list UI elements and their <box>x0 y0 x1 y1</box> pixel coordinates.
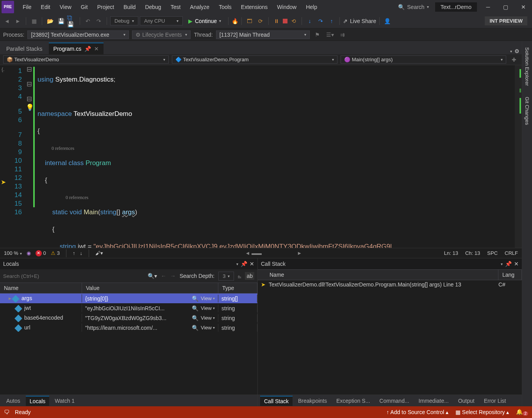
solution-explorer-tab[interactable]: Solution Explorer <box>523 43 531 91</box>
step-over-icon[interactable]: ↷ <box>316 16 325 26</box>
redo-icon[interactable]: ↷ <box>94 16 104 26</box>
menu-help[interactable]: Help <box>301 2 322 12</box>
panel-tab-watch-1[interactable]: Watch 1 <box>51 396 79 406</box>
new-project-icon[interactable]: ▦ <box>29 16 39 26</box>
maximize-button[interactable]: ▢ <box>497 0 514 14</box>
code-editor[interactable]: ➤ {. 12345678910111213141516 ⊟⊟⊟💡 using … <box>0 65 522 248</box>
visualizer-dropdown[interactable]: View ▾ <box>201 325 215 331</box>
split-editor-icon[interactable]: ✚ <box>509 55 519 64</box>
notifications-icon[interactable]: 🔔2 <box>516 409 528 416</box>
nav-fwd-icon[interactable]: → <box>170 273 176 279</box>
add-source-control[interactable]: ↑ Add to Source Control ▴ <box>386 409 448 415</box>
locals-row[interactable]: base64encoded"TG9yZW0gaXBzdW0gZG9sb3...🔍… <box>0 313 257 323</box>
locals-row[interactable]: jwt"eyJhbGciOiJIUzI1NiIsInR5cCI...🔍View … <box>0 303 257 313</box>
panel-tab-command-[interactable]: Command... <box>375 396 413 406</box>
locals-row[interactable]: ▸ args{string[0]}🔍View ▾string[] <box>0 293 257 303</box>
undo-icon[interactable]: ↶ <box>83 16 93 26</box>
cleanup-icon[interactable]: 🖌▾ <box>95 250 103 256</box>
menu-edit[interactable]: Edit <box>36 2 55 12</box>
output-icon[interactable]: 🗨 <box>4 409 9 415</box>
process-combo[interactable]: [23892] TextVisualizerDemo.exe▾ <box>27 30 129 39</box>
select-repository[interactable]: ▦ Select Repository ▴ <box>455 409 509 415</box>
hot-reload-icon[interactable]: 🔥 <box>232 18 238 24</box>
close-tab-icon[interactable]: ✕ <box>94 46 99 52</box>
pin-icon[interactable]: 📌 <box>241 261 247 267</box>
save-all-icon[interactable]: ⿻💾 <box>67 16 77 26</box>
nav-back-icon[interactable]: ◄ <box>2 16 12 26</box>
open-icon[interactable]: 📂 <box>45 16 55 26</box>
thread-combo[interactable]: [11372] Main Thread▾ <box>216 30 310 39</box>
stop-debug-icon[interactable] <box>283 19 287 23</box>
tab-overflow-icon[interactable]: ▾ <box>510 49 512 53</box>
char-col[interactable]: Ch: 13 <box>465 250 480 256</box>
close-panel-icon[interactable]: ✕ <box>514 261 519 267</box>
tab-settings-icon[interactable]: ⚙ <box>514 48 520 54</box>
pin-icon[interactable]: 📌 <box>505 261 512 267</box>
panel-tab-immediate-[interactable]: Immediate... <box>415 396 453 406</box>
menu-tools[interactable]: Tools <box>214 2 236 12</box>
search-icon[interactable]: 🔍▾ <box>148 273 157 279</box>
menu-analyze[interactable]: Analyze <box>185 2 214 12</box>
minimize-button[interactable]: ─ <box>479 0 497 14</box>
warning-count[interactable]: ⚠3 <box>51 250 60 256</box>
refresh-icon[interactable]: ⟳ <box>256 16 265 26</box>
toggle-icon[interactable]: ab <box>245 272 254 280</box>
line-col[interactable]: Ln: 13 <box>444 250 458 256</box>
nav-fwd-icon[interactable]: ► <box>13 16 23 26</box>
magnifier-icon[interactable]: 🔍 <box>192 305 198 311</box>
magnifier-icon[interactable]: 🔍 <box>192 325 198 331</box>
menu-test[interactable]: Test <box>166 2 186 12</box>
locals-search-input[interactable] <box>3 273 144 279</box>
break-all-icon[interactable]: ⏸ <box>272 16 281 26</box>
flag-icon[interactable]: ⚑ <box>313 30 322 39</box>
h-scrollbar[interactable]: ◄ ▬▬ ► <box>245 250 302 256</box>
panel-tab-call-stack[interactable]: Call Stack <box>260 396 293 406</box>
panel-tab-exception-s-[interactable]: Exception S... <box>332 396 374 406</box>
depth-combo[interactable]: 3▾ <box>218 272 234 281</box>
search-box[interactable]: 🔍 Search ▾ <box>394 2 432 12</box>
window-position-icon[interactable]: ▾ <box>236 262 238 266</box>
panel-tab-autos[interactable]: Autos <box>2 396 24 406</box>
git-changes-tab[interactable]: Git Changes <box>523 92 531 130</box>
magnifier-icon[interactable]: 🔍 <box>192 295 198 302</box>
live-share-button[interactable]: ⇗ Live Share <box>343 18 376 24</box>
menu-git[interactable]: Git <box>76 2 93 12</box>
error-count[interactable]: ✕0 <box>36 250 46 256</box>
filter-icon[interactable]: ⎁ <box>238 273 241 279</box>
zoom-level[interactable]: 100 % ▾ <box>4 250 22 256</box>
solution-name[interactable]: Text...rDemo <box>435 2 477 12</box>
next-issue-icon[interactable]: ↓ <box>80 250 82 256</box>
menu-build[interactable]: Build <box>119 2 140 12</box>
pin-icon[interactable]: 📌 <box>84 46 91 52</box>
class-crumb[interactable]: 🔷 TextVisualizerDemo.Program▾ <box>172 55 337 64</box>
visualizer-dropdown[interactable]: View ▾ <box>201 295 215 301</box>
save-icon[interactable]: 💾 <box>56 16 66 26</box>
continue-button[interactable]: ▶ Continue ▾ <box>184 17 225 25</box>
stack-frame-icon[interactable]: ☰▾ <box>325 30 335 39</box>
indent-mode[interactable]: SPC <box>487 250 498 256</box>
lifecycle-combo[interactable]: ⚙ Lifecycle Events▾ <box>132 30 191 39</box>
panel-tab-output[interactable]: Output <box>454 396 478 406</box>
codelens-refs[interactable]: 0 references <box>37 144 515 150</box>
expand-icon[interactable]: ▸ <box>9 295 11 301</box>
project-crumb[interactable]: 📦 TextVisualizerDemo▾ <box>3 55 169 64</box>
visualizer-dropdown[interactable]: View ▾ <box>201 305 215 311</box>
panel-tab-breakpoints[interactable]: Breakpoints <box>294 396 331 406</box>
tab-program-cs[interactable]: Program.cs 📌 ✕ <box>49 43 104 54</box>
menu-window[interactable]: Window <box>272 2 301 12</box>
menu-file[interactable]: File <box>18 2 36 12</box>
visualizer-dropdown[interactable]: View ▾ <box>201 315 215 321</box>
window-position-icon[interactable]: ▾ <box>501 262 503 266</box>
menu-extensions[interactable]: Extensions <box>236 2 272 12</box>
solution-platform-combo[interactable]: Any CPU▾ <box>140 16 183 25</box>
stack-frame-row[interactable]: ➤ TextVisualizerDemo.dll!TextVisualizerD… <box>258 280 522 289</box>
vertical-scrollbar[interactable] <box>515 65 522 248</box>
panel-tab-locals[interactable]: Locals <box>26 396 49 406</box>
panel-tab-error-list[interactable]: Error List <box>480 396 510 406</box>
solution-config-combo[interactable]: Debug▾ <box>110 16 138 25</box>
prev-issue-icon[interactable]: ↑ <box>73 250 75 256</box>
browser-link-icon[interactable]: 🗔 <box>245 16 254 26</box>
quick-actions-icon[interactable]: ◉ <box>27 250 31 256</box>
threads-icon[interactable]: ⇉ <box>338 30 347 39</box>
step-out-icon[interactable]: ↑ <box>327 16 336 26</box>
